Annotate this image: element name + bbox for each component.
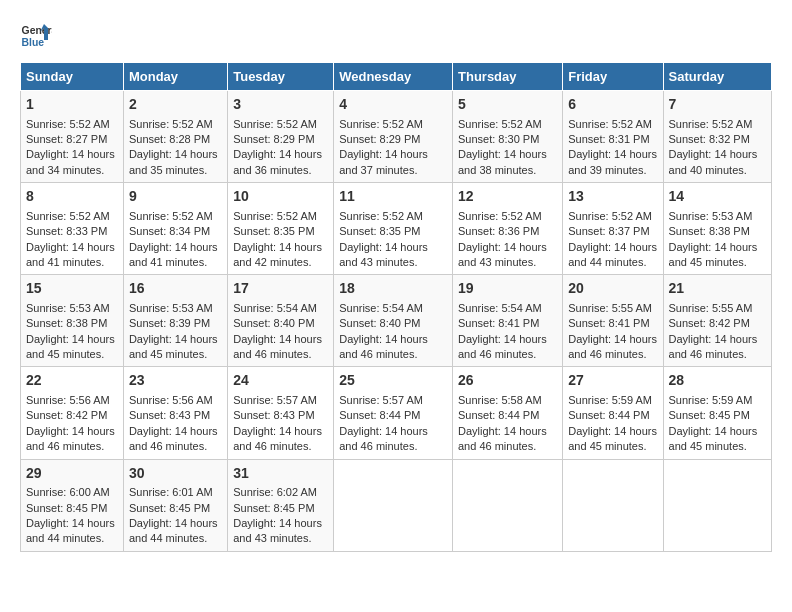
day-number: 7 [669, 95, 766, 115]
calendar-cell: 1Sunrise: 5:52 AMSunset: 8:27 PMDaylight… [21, 91, 124, 183]
sunset-text: Sunset: 8:38 PM [669, 225, 750, 237]
daylight-text: Daylight: 14 hours and 34 minutes. [26, 148, 115, 175]
day-number: 15 [26, 279, 118, 299]
daylight-text: Daylight: 14 hours and 46 minutes. [568, 333, 657, 360]
daylight-text: Daylight: 14 hours and 46 minutes. [458, 333, 547, 360]
sunrise-text: Sunrise: 5:52 AM [233, 210, 317, 222]
daylight-text: Daylight: 14 hours and 46 minutes. [669, 333, 758, 360]
day-number: 20 [568, 279, 657, 299]
day-number: 11 [339, 187, 447, 207]
calendar-cell: 21Sunrise: 5:55 AMSunset: 8:42 PMDayligh… [663, 275, 771, 367]
daylight-text: Daylight: 14 hours and 38 minutes. [458, 148, 547, 175]
sunrise-text: Sunrise: 5:52 AM [568, 210, 652, 222]
day-number: 22 [26, 371, 118, 391]
sunset-text: Sunset: 8:41 PM [568, 317, 649, 329]
daylight-text: Daylight: 14 hours and 46 minutes. [233, 425, 322, 452]
header-cell-monday: Monday [123, 63, 227, 91]
calendar-cell [453, 459, 563, 551]
header-cell-wednesday: Wednesday [334, 63, 453, 91]
sunrise-text: Sunrise: 6:02 AM [233, 486, 317, 498]
sunset-text: Sunset: 8:29 PM [339, 133, 420, 145]
daylight-text: Daylight: 14 hours and 46 minutes. [339, 425, 428, 452]
sunset-text: Sunset: 8:42 PM [669, 317, 750, 329]
day-number: 25 [339, 371, 447, 391]
day-number: 18 [339, 279, 447, 299]
header-cell-friday: Friday [563, 63, 663, 91]
logo-icon: General Blue [20, 20, 52, 52]
calendar-cell: 7Sunrise: 5:52 AMSunset: 8:32 PMDaylight… [663, 91, 771, 183]
calendar-cell: 14Sunrise: 5:53 AMSunset: 8:38 PMDayligh… [663, 183, 771, 275]
calendar-cell: 12Sunrise: 5:52 AMSunset: 8:36 PMDayligh… [453, 183, 563, 275]
daylight-text: Daylight: 14 hours and 46 minutes. [129, 425, 218, 452]
calendar-cell: 13Sunrise: 5:52 AMSunset: 8:37 PMDayligh… [563, 183, 663, 275]
calendar-row: 29Sunrise: 6:00 AMSunset: 8:45 PMDayligh… [21, 459, 772, 551]
sunset-text: Sunset: 8:43 PM [233, 409, 314, 421]
daylight-text: Daylight: 14 hours and 46 minutes. [339, 333, 428, 360]
calendar-cell: 29Sunrise: 6:00 AMSunset: 8:45 PMDayligh… [21, 459, 124, 551]
day-number: 23 [129, 371, 222, 391]
day-number: 24 [233, 371, 328, 391]
sunrise-text: Sunrise: 5:52 AM [233, 118, 317, 130]
sunrise-text: Sunrise: 5:52 AM [339, 118, 423, 130]
day-number: 26 [458, 371, 557, 391]
sunrise-text: Sunrise: 5:55 AM [669, 302, 753, 314]
calendar-cell: 24Sunrise: 5:57 AMSunset: 8:43 PMDayligh… [228, 367, 334, 459]
daylight-text: Daylight: 14 hours and 42 minutes. [233, 241, 322, 268]
daylight-text: Daylight: 14 hours and 43 minutes. [233, 517, 322, 544]
sunrise-text: Sunrise: 5:53 AM [129, 302, 213, 314]
sunrise-text: Sunrise: 5:52 AM [458, 118, 542, 130]
calendar-cell: 28Sunrise: 5:59 AMSunset: 8:45 PMDayligh… [663, 367, 771, 459]
sunset-text: Sunset: 8:27 PM [26, 133, 107, 145]
calendar-cell: 18Sunrise: 5:54 AMSunset: 8:40 PMDayligh… [334, 275, 453, 367]
sunrise-text: Sunrise: 5:56 AM [26, 394, 110, 406]
day-number: 9 [129, 187, 222, 207]
sunrise-text: Sunrise: 5:59 AM [568, 394, 652, 406]
header-cell-thursday: Thursday [453, 63, 563, 91]
sunrise-text: Sunrise: 5:52 AM [339, 210, 423, 222]
day-number: 27 [568, 371, 657, 391]
calendar-cell: 30Sunrise: 6:01 AMSunset: 8:45 PMDayligh… [123, 459, 227, 551]
day-number: 4 [339, 95, 447, 115]
calendar-cell: 27Sunrise: 5:59 AMSunset: 8:44 PMDayligh… [563, 367, 663, 459]
calendar-row: 22Sunrise: 5:56 AMSunset: 8:42 PMDayligh… [21, 367, 772, 459]
sunrise-text: Sunrise: 5:58 AM [458, 394, 542, 406]
sunset-text: Sunset: 8:35 PM [233, 225, 314, 237]
calendar-cell: 2Sunrise: 5:52 AMSunset: 8:28 PMDaylight… [123, 91, 227, 183]
calendar-cell: 26Sunrise: 5:58 AMSunset: 8:44 PMDayligh… [453, 367, 563, 459]
daylight-text: Daylight: 14 hours and 46 minutes. [458, 425, 547, 452]
sunset-text: Sunset: 8:45 PM [233, 502, 314, 514]
sunset-text: Sunset: 8:44 PM [339, 409, 420, 421]
sunset-text: Sunset: 8:36 PM [458, 225, 539, 237]
day-number: 8 [26, 187, 118, 207]
sunset-text: Sunset: 8:44 PM [568, 409, 649, 421]
daylight-text: Daylight: 14 hours and 44 minutes. [26, 517, 115, 544]
sunset-text: Sunset: 8:28 PM [129, 133, 210, 145]
calendar-cell: 25Sunrise: 5:57 AMSunset: 8:44 PMDayligh… [334, 367, 453, 459]
sunrise-text: Sunrise: 5:54 AM [339, 302, 423, 314]
day-number: 3 [233, 95, 328, 115]
day-number: 21 [669, 279, 766, 299]
sunrise-text: Sunrise: 5:52 AM [458, 210, 542, 222]
daylight-text: Daylight: 14 hours and 45 minutes. [669, 241, 758, 268]
sunrise-text: Sunrise: 5:52 AM [669, 118, 753, 130]
day-number: 5 [458, 95, 557, 115]
sunset-text: Sunset: 8:45 PM [26, 502, 107, 514]
sunset-text: Sunset: 8:29 PM [233, 133, 314, 145]
calendar-cell: 8Sunrise: 5:52 AMSunset: 8:33 PMDaylight… [21, 183, 124, 275]
day-number: 13 [568, 187, 657, 207]
sunset-text: Sunset: 8:39 PM [129, 317, 210, 329]
day-number: 10 [233, 187, 328, 207]
calendar-row: 15Sunrise: 5:53 AMSunset: 8:38 PMDayligh… [21, 275, 772, 367]
sunset-text: Sunset: 8:41 PM [458, 317, 539, 329]
sunrise-text: Sunrise: 5:57 AM [339, 394, 423, 406]
daylight-text: Daylight: 14 hours and 44 minutes. [568, 241, 657, 268]
sunrise-text: Sunrise: 5:56 AM [129, 394, 213, 406]
daylight-text: Daylight: 14 hours and 41 minutes. [26, 241, 115, 268]
sunrise-text: Sunrise: 5:52 AM [568, 118, 652, 130]
sunrise-text: Sunrise: 5:52 AM [129, 210, 213, 222]
sunset-text: Sunset: 8:32 PM [669, 133, 750, 145]
calendar-cell: 31Sunrise: 6:02 AMSunset: 8:45 PMDayligh… [228, 459, 334, 551]
daylight-text: Daylight: 14 hours and 43 minutes. [458, 241, 547, 268]
day-number: 12 [458, 187, 557, 207]
day-number: 29 [26, 464, 118, 484]
